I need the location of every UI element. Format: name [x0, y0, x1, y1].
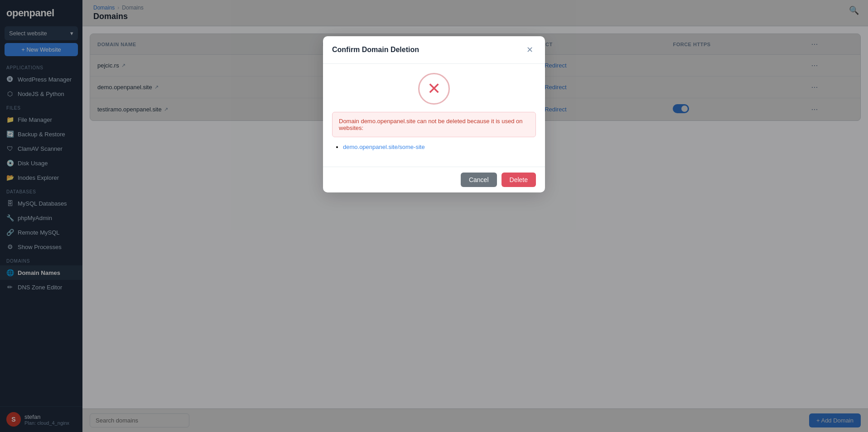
affected-sites-list: demo.openpanel.site/some-site — [332, 144, 536, 150]
affected-site-link[interactable]: demo.openpanel.site/some-site — [343, 144, 425, 150]
error-circle-icon: ✕ — [418, 73, 450, 105]
modal-footer: Cancel Delete — [323, 167, 545, 192]
list-item: demo.openpanel.site/some-site — [343, 144, 536, 150]
modal-header: Confirm Domain Deletion ✕ — [323, 36, 545, 64]
modal-overlay: Confirm Domain Deletion ✕ ✕ Domain demo.… — [82, 0, 868, 432]
modal-title: Confirm Domain Deletion — [332, 46, 419, 54]
main-content: Domains › Domains Domains 🔍 DOMAIN NAME … — [82, 0, 868, 432]
delete-button[interactable]: Delete — [502, 173, 536, 187]
modal-body: ✕ Domain demo.openpanel.site can not be … — [323, 64, 545, 167]
cancel-button[interactable]: Cancel — [461, 173, 497, 187]
modal-close-button[interactable]: ✕ — [523, 43, 536, 56]
confirm-domain-deletion-modal: Confirm Domain Deletion ✕ ✕ Domain demo.… — [323, 36, 545, 192]
error-alert: Domain demo.openpanel.site can not be de… — [332, 112, 536, 137]
error-x-icon: ✕ — [427, 81, 441, 97]
modal-icon-area: ✕ — [332, 73, 536, 105]
